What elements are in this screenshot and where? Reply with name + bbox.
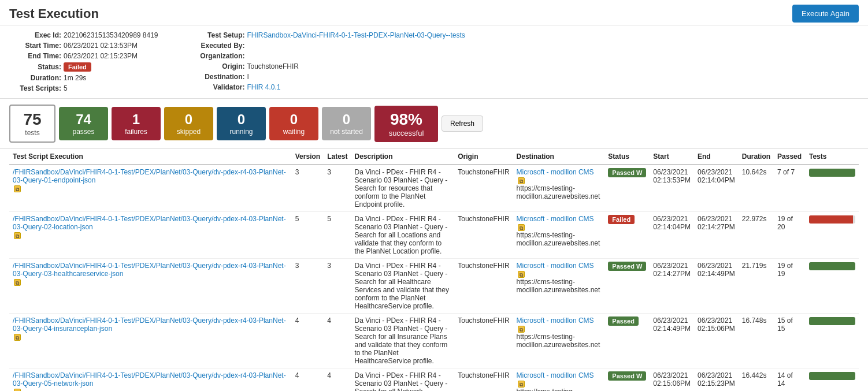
test-setup-label: Test Setup: [193, 31, 245, 39]
cell-destination: Microsoft - modillon CMS⧉https://cms-tes… [513, 259, 605, 314]
execute-again-button[interactable]: Execute Again [792, 5, 859, 23]
stats-section: 75 tests 74 passes 1 failures 0 skipped … [0, 99, 868, 149]
dest-copy-icon[interactable]: ⧉ [518, 271, 525, 278]
test-scripts-row: Test Scripts: 5 [9, 84, 158, 92]
success-pct: 98% [385, 110, 428, 129]
status-badge: Failed [608, 215, 635, 224]
dest-copy-icon[interactable]: ⧉ [518, 224, 525, 231]
cell-passed: 14 of 14 [774, 368, 806, 392]
dest-copy-icon[interactable]: ⧉ [518, 177, 525, 184]
origin-label: Origin: [193, 62, 245, 70]
table-row: /FHIRSandbox/DaVinci/FHIR4-0-1-Test/PDEX… [9, 314, 859, 368]
cell-destination: Microsoft - modillon CMS⧉https://cms-tes… [513, 212, 605, 259]
cell-origin: TouchstoneFHIR [454, 368, 513, 392]
script-link[interactable]: /FHIRSandbox/DaVinci/FHIR4-0-1-Test/PDEX… [13, 168, 288, 184]
status-badge: Passed [608, 316, 639, 326]
cell-script: /FHIRSandbox/DaVinci/FHIR4-0-1-Test/PDEX… [9, 212, 292, 259]
script-link[interactable]: /FHIRSandbox/DaVinci/FHIR4-0-1-Test/PDEX… [13, 215, 288, 231]
total-num: 75 [20, 110, 45, 129]
status-row: Status: Failed [9, 62, 158, 72]
table-row: /FHIRSandbox/DaVinci/FHIR4-0-1-Test/PDEX… [9, 165, 859, 212]
col-origin: Origin [454, 149, 513, 165]
passes-num: 74 [67, 111, 100, 128]
stat-skipped: 0 skipped [164, 107, 213, 140]
status-badge: Failed [64, 62, 91, 72]
cell-status: Passed W [604, 259, 650, 314]
start-time-row: Start Time: 06/23/2021 02:13:53PM [9, 42, 158, 50]
organization-label: Organization: [193, 52, 245, 60]
results-table: Test Script Execution Version Latest Des… [9, 149, 859, 391]
copy-icon[interactable]: ⧉ [14, 185, 21, 192]
cell-description: Da Vinci - PDex - FHIR R4 - Scenario 03 … [351, 368, 454, 392]
destination-link[interactable]: Microsoft - modillon CMS [517, 371, 602, 379]
progress-bar-fill [809, 169, 855, 177]
cell-status: Passed W [604, 368, 650, 392]
passes-label: passes [67, 128, 100, 136]
col-passed: Passed [774, 149, 806, 165]
total-label: tests [20, 129, 45, 137]
script-link[interactable]: /FHIRSandbox/DaVinci/FHIR4-0-1-Test/PDEX… [13, 262, 288, 278]
destination-label: Destination: [193, 73, 245, 81]
end-time-label: End Time: [9, 52, 61, 60]
cell-origin: TouchstoneFHIR [454, 314, 513, 368]
cell-start: 06/23/202102:15:06PM [650, 368, 694, 392]
cell-description: Da Vinci - PDex - FHIR R4 - Scenario 03 … [351, 212, 454, 259]
test-setup-link[interactable]: FHIRSandbox-DaVinci-FHIR4-0-1-Test-PDEX-… [247, 31, 465, 39]
cell-status: Passed [604, 314, 650, 368]
destination-link[interactable]: Microsoft - modillon CMS [517, 262, 602, 270]
destination-link[interactable]: Microsoft - modillon CMS [517, 316, 602, 325]
script-link[interactable]: /FHIRSandbox/DaVinci/FHIR4-0-1-Test/PDEX… [13, 316, 288, 333]
destination-value: I [247, 73, 249, 81]
table-header: Test Script Execution Version Latest Des… [9, 149, 859, 165]
cell-tests [806, 314, 859, 368]
copy-icon[interactable]: ⧉ [14, 232, 21, 239]
progress-bar-wrap [809, 262, 855, 270]
dest-copy-icon[interactable]: ⧉ [518, 326, 525, 333]
refresh-button[interactable]: Refresh [442, 116, 483, 132]
stat-success: 98% successful [374, 106, 438, 142]
destination-link[interactable]: Microsoft - modillon CMS [517, 168, 602, 176]
meta-right: Test Setup: FHIRSandbox-DaVinci-FHIR4-0-… [193, 31, 465, 92]
cell-latest: 3 [324, 165, 351, 212]
cell-status: Passed W [604, 165, 650, 212]
cell-tests [806, 165, 859, 212]
status-label: Status: [9, 63, 61, 71]
copy-icon[interactable]: ⧉ [14, 389, 21, 391]
meta-left: Exec Id: 20210623151353420989 8419 Start… [9, 31, 158, 92]
validator-link[interactable]: FHIR 4.0.1 [247, 83, 281, 91]
cell-script: /FHIRSandbox/DaVinci/FHIR4-0-1-Test/PDEX… [9, 165, 292, 212]
copy-icon[interactable]: ⧉ [14, 334, 21, 341]
col-end: End [694, 149, 739, 165]
cell-version: 4 [292, 314, 324, 368]
validator-label: Validator: [193, 83, 245, 91]
cell-passed: 15 of 15 [774, 314, 806, 368]
cell-destination: Microsoft - modillon CMS⧉https://cms-tes… [513, 368, 605, 392]
table-body: /FHIRSandbox/DaVinci/FHIR4-0-1-Test/PDEX… [9, 165, 859, 391]
dest-copy-icon[interactable]: ⧉ [518, 381, 525, 388]
destination-link[interactable]: Microsoft - modillon CMS [517, 215, 602, 223]
start-time-value: 06/23/2021 02:13:53PM [64, 42, 138, 50]
cell-latest: 3 [324, 259, 351, 314]
copy-icon[interactable]: ⧉ [14, 279, 21, 286]
cell-start: 06/23/202102:14:27PM [650, 259, 694, 314]
table-row: /FHIRSandbox/DaVinci/FHIR4-0-1-Test/PDEX… [9, 212, 859, 259]
cell-description: Da Vinci - PDex - FHIR R4 - Scenario 03 … [351, 314, 454, 368]
test-setup-row: Test Setup: FHIRSandbox-DaVinci-FHIR4-0-… [193, 31, 465, 39]
duration-row: Duration: 1m 29s [9, 74, 158, 82]
cell-version: 4 [292, 368, 324, 392]
origin-value: TouchstoneFHIR [247, 62, 299, 70]
progress-bar-wrap [809, 169, 855, 177]
cell-script: /FHIRSandbox/DaVinci/FHIR4-0-1-Test/PDEX… [9, 314, 292, 368]
cell-start: 06/23/202102:14:04PM [650, 212, 694, 259]
cell-status: Failed [604, 212, 650, 259]
status-badge: Passed W [608, 168, 646, 177]
status-badge: Passed W [608, 371, 646, 381]
duration-label: Duration: [9, 74, 61, 82]
script-link[interactable]: /FHIRSandbox/DaVinci/FHIR4-0-1-Test/PDEX… [13, 371, 288, 388]
cell-duration: 22.972s [739, 212, 774, 259]
cell-script: /FHIRSandbox/DaVinci/FHIR4-0-1-Test/PDEX… [9, 259, 292, 314]
test-scripts-value: 5 [64, 84, 68, 92]
col-start: Start [650, 149, 694, 165]
col-destination: Destination [513, 149, 605, 165]
cell-duration: 16.442s [739, 368, 774, 392]
